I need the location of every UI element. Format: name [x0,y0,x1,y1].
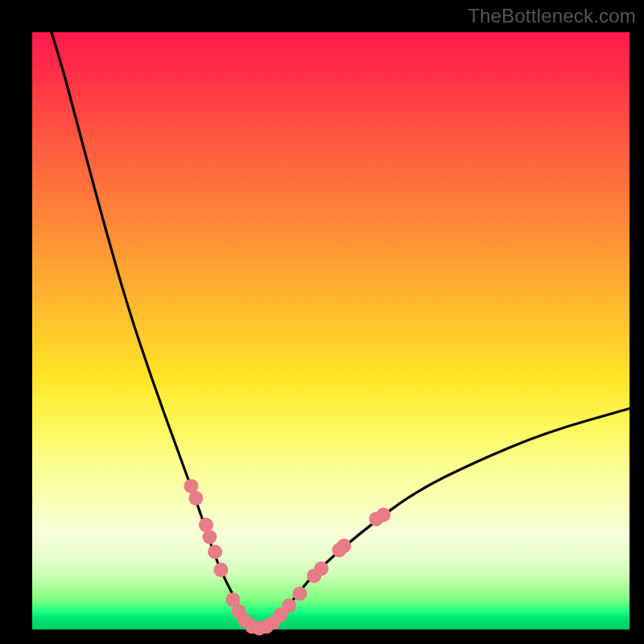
curve-marker [282,598,296,613]
curve-marker [188,491,203,506]
curve-marker [292,587,307,601]
curve-marker [336,539,351,553]
curve-marker [208,545,222,559]
watermark-text: TheBottleneck.com [468,5,636,27]
curve-marker [214,563,229,577]
chart-frame: TheBottleneck.com [0,0,644,644]
curve-marker [202,530,217,544]
curve-marker [376,508,390,522]
bottleneck-curve [32,0,630,628]
curve-markers [184,479,390,636]
curve-marker [314,561,328,576]
chart-svg [0,0,644,644]
